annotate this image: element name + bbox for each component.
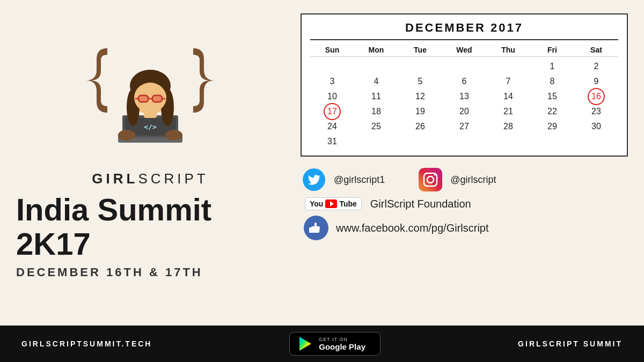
cal-cell-24: 24 xyxy=(310,119,354,134)
cal-cell-21: 21 xyxy=(486,104,530,119)
cal-cell-19: 19 xyxy=(398,104,442,119)
cal-cell xyxy=(354,134,398,149)
cal-cell-22: 22 xyxy=(530,104,574,119)
social-row-twitter-instagram: @girlscript1 xyxy=(301,166,628,193)
cal-cell-25: 25 xyxy=(354,119,398,134)
cal-header-tue: Tue xyxy=(398,43,442,57)
youtube-play-button xyxy=(325,200,337,208)
cal-cell-30: 30 xyxy=(574,119,618,134)
facebook-icon xyxy=(303,215,330,241)
cal-cell-15: 15 xyxy=(530,89,574,104)
summit-date: DECEMBER 16TH & 17TH xyxy=(11,265,290,279)
google-play-text: GET IT ON Google Play xyxy=(319,337,365,351)
youtube-row: You Tube GirlScript Foundation xyxy=(301,197,628,210)
calendar-title: DECEMBER 2017 xyxy=(310,21,618,40)
cal-cell-26: 26 xyxy=(398,119,442,134)
svg-point-20 xyxy=(165,130,182,141)
google-play-label: Google Play xyxy=(319,342,365,351)
cal-cell xyxy=(530,134,574,149)
left-panel: </> xyxy=(11,11,290,320)
cal-cell xyxy=(310,59,354,74)
google-play-icon xyxy=(297,336,313,352)
cal-header-mon: Mon xyxy=(354,43,398,57)
svg-rect-17 xyxy=(140,97,147,101)
svg-marker-28 xyxy=(299,337,311,351)
girl-illustration: </> xyxy=(75,16,225,166)
cal-cell-29: 29 xyxy=(530,119,574,134)
get-it-on-label: GET IT ON xyxy=(319,337,365,342)
svg-point-25 xyxy=(434,174,436,176)
cal-cell-20: 20 xyxy=(442,104,486,119)
footer: GIRLSCRIPTSUMMIT.TECH GET IT ON Google P… xyxy=(0,326,644,362)
facebook-url: www.facebook.com/pg/Girlscript xyxy=(336,222,489,234)
cal-header-sun: Sun xyxy=(310,43,354,57)
facebook-row: www.facebook.com/pg/Girlscript xyxy=(301,215,628,241)
svg-rect-22 xyxy=(419,168,442,191)
cal-cell-12: 12 xyxy=(398,89,442,104)
footer-left-text: GIRLSCRIPTSUMMIT.TECH xyxy=(21,339,152,348)
svg-rect-18 xyxy=(153,97,161,101)
cal-cell-2: 2 xyxy=(574,59,618,74)
cal-cell-7: 7 xyxy=(486,74,530,89)
social-section: @girlscript1 xyxy=(301,166,628,241)
cal-cell xyxy=(398,134,442,149)
footer-right-text: GIRLSCRIPT SUMMIT xyxy=(518,339,623,348)
cal-header-wed: Wed xyxy=(442,43,486,57)
cal-cell-17: 17 xyxy=(310,104,354,119)
cal-cell-28: 28 xyxy=(486,119,530,134)
svg-point-19 xyxy=(118,130,135,141)
calendar-grid: Sun Mon Tue Wed Thu Fri Sat 1 2 3 4 5 6 xyxy=(310,43,618,149)
logo-bold-text: GIRL xyxy=(92,171,138,187)
cal-cell xyxy=(442,134,486,149)
svg-text:</>: </> xyxy=(144,123,157,131)
cal-cell-18: 18 xyxy=(354,104,398,119)
cal-header-thu: Thu xyxy=(486,43,530,57)
cal-cell-10: 10 xyxy=(310,89,354,104)
yt-tube-text: Tube xyxy=(339,200,356,208)
cal-cell xyxy=(486,59,530,74)
cal-cell xyxy=(574,134,618,149)
cal-cell-5: 5 xyxy=(398,74,442,89)
instagram-handle: @girlscript xyxy=(450,174,496,186)
cal-cell-6: 6 xyxy=(442,74,486,89)
cal-cell xyxy=(486,134,530,149)
right-panel: DECEMBER 2017 Sun Mon Tue Wed Thu Fri Sa… xyxy=(290,11,628,320)
cal-cell-13: 13 xyxy=(442,89,486,104)
cal-cell-11: 11 xyxy=(354,89,398,104)
cal-cell-3: 3 xyxy=(310,74,354,89)
girlscript-logo: GIRLSCRIPT xyxy=(92,171,208,187)
cal-cell-16: 16 xyxy=(574,89,618,104)
instagram-icon xyxy=(417,166,444,193)
cal-cell xyxy=(442,59,486,74)
twitter-row: @girlscript1 xyxy=(301,166,385,193)
youtube-logo: You Tube xyxy=(305,197,362,210)
cal-cell xyxy=(398,59,442,74)
cal-cell xyxy=(354,59,398,74)
twitter-handle: @girlscript1 xyxy=(334,174,385,186)
cal-cell-14: 14 xyxy=(486,89,530,104)
cal-cell-23: 23 xyxy=(574,104,618,119)
cal-cell-27: 27 xyxy=(442,119,486,134)
yt-you-text: You xyxy=(310,200,323,208)
cal-cell-8: 8 xyxy=(530,74,574,89)
instagram-row: @girlscript xyxy=(417,166,496,193)
youtube-channel: GirlScript Foundation xyxy=(370,198,471,210)
cal-header-fri: Fri xyxy=(530,43,574,57)
cal-cell-1: 1 xyxy=(530,59,574,74)
google-play-badge[interactable]: GET IT ON Google Play xyxy=(289,332,380,356)
cal-cell-4: 4 xyxy=(354,74,398,89)
twitter-icon xyxy=(301,166,327,193)
cal-cell-31: 31 xyxy=(310,134,354,149)
cal-header-sat: Sat xyxy=(574,43,618,57)
calendar: DECEMBER 2017 Sun Mon Tue Wed Thu Fri Sa… xyxy=(301,13,628,157)
svg-rect-27 xyxy=(309,227,312,233)
logo-light-text: SCRIPT xyxy=(138,171,208,187)
summit-title: India Summit 2K17 xyxy=(11,193,290,261)
cal-cell-9: 9 xyxy=(574,74,618,89)
